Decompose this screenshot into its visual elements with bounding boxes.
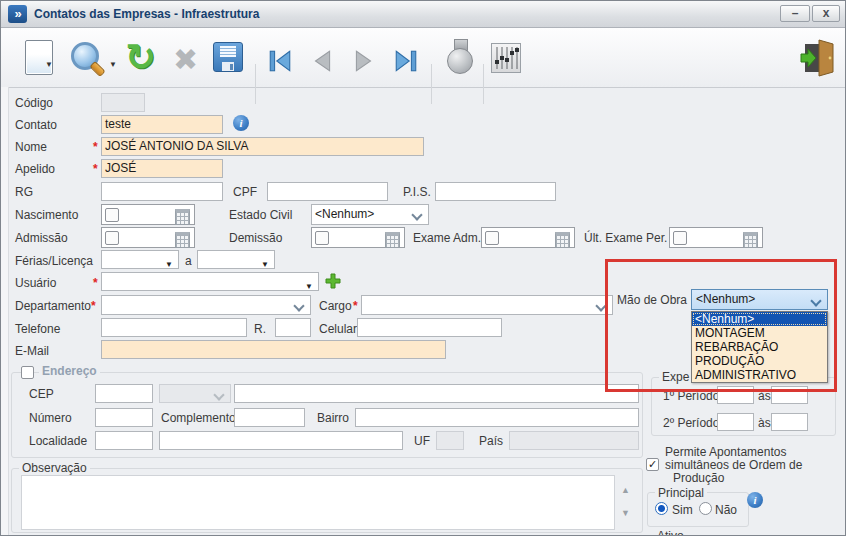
new-record-dropdown-arrow-icon[interactable]: ▼: [45, 60, 53, 69]
next-record-button[interactable]: [347, 28, 383, 87]
cep-field[interactable]: [95, 384, 153, 403]
window-title: Contatos das Empresas - Infraestrutura: [34, 7, 259, 21]
ramal-field[interactable]: [275, 318, 311, 337]
search-button[interactable]: ▼: [61, 28, 119, 87]
refresh-button[interactable]: ↻: [121, 28, 167, 87]
toolbar-separator: [483, 64, 484, 104]
search-dropdown-arrow-icon[interactable]: ▼: [109, 60, 117, 69]
periodo1-inicio-field[interactable]: [717, 386, 754, 404]
toolbar: ▼ ▼ ↻ ✖: [1, 28, 845, 88]
stopwatch-button[interactable]: [441, 28, 479, 87]
pais-label: País: [479, 434, 503, 448]
demissao-datepicker[interactable]: [311, 227, 405, 248]
exame-adm-datepicker[interactable]: [481, 227, 575, 248]
delete-button[interactable]: ✖: [169, 28, 209, 87]
contato-info-icon[interactable]: i: [233, 115, 249, 131]
calendar-icon[interactable]: [175, 209, 190, 225]
nascimento-datepicker[interactable]: [101, 204, 195, 225]
mao-de-obra-dropdown-list: <Nenhum>MONTAGEMREBARBAÇÃOPRODUÇÃOADMINI…: [691, 311, 828, 383]
floppy-shutter: [222, 62, 234, 71]
first-record-icon: [267, 48, 293, 74]
calendar-icon[interactable]: [175, 232, 190, 248]
scroll-down-icon[interactable]: ▼: [621, 508, 630, 518]
localidade-codigo-field[interactable]: [95, 431, 153, 450]
minimize-button[interactable]: –: [780, 5, 810, 22]
first-record-button[interactable]: [263, 28, 299, 87]
logradouro-field[interactable]: [234, 384, 639, 403]
mao-de-obra-option[interactable]: <Nenhum>: [692, 312, 827, 326]
ult-exame-per-checkbox[interactable]: [673, 231, 687, 245]
ferias-fim-combo[interactable]: ▼: [197, 250, 275, 269]
principal-sim-radio[interactable]: [655, 502, 668, 515]
usuario-combo[interactable]: ▼: [101, 272, 319, 291]
search-handle: [89, 61, 105, 77]
cpf-field[interactable]: [267, 182, 388, 201]
admissao-datepicker[interactable]: [101, 227, 195, 248]
observacao-textarea[interactable]: [21, 475, 615, 530]
toolbar-separator: [431, 64, 432, 104]
mao-de-obra-option[interactable]: PRODUÇÃO: [692, 354, 827, 368]
email-label: E-Mail: [15, 344, 49, 358]
demissao-checkbox[interactable]: [315, 231, 329, 245]
mao-de-obra-select[interactable]: <Nenhum>: [691, 289, 828, 310]
nome-required-marker: *: [93, 140, 98, 154]
usuario-required-marker: *: [93, 276, 98, 290]
calendar-icon[interactable]: [743, 232, 758, 248]
permite-apontamentos-checkbox[interactable]: ✓: [646, 458, 659, 471]
complemento-field[interactable]: [234, 408, 305, 427]
pis-label: P.I.S.: [403, 185, 431, 199]
principal-info-icon[interactable]: i: [747, 492, 763, 508]
close-button[interactable]: x: [812, 5, 840, 22]
bairro-label: Bairro: [317, 411, 349, 425]
contato-field[interactable]: teste: [101, 115, 223, 134]
rg-field[interactable]: [101, 182, 223, 201]
mao-de-obra-option[interactable]: REBARBAÇÃO: [692, 340, 827, 354]
calendar-icon[interactable]: [555, 232, 570, 248]
pis-field[interactable]: [435, 182, 556, 201]
search-icon: [69, 41, 103, 75]
telefone-field[interactable]: [101, 318, 247, 337]
exit-icon: [799, 39, 839, 77]
cargo-select[interactable]: [361, 295, 613, 315]
rg-label: RG: [15, 185, 33, 199]
expediente-group-title: Expe: [659, 370, 692, 384]
mao-de-obra-option[interactable]: MONTAGEM: [692, 326, 827, 340]
ferias-inicio-combo[interactable]: ▼: [101, 250, 179, 269]
add-user-button[interactable]: [324, 272, 342, 290]
numero-field[interactable]: [95, 408, 153, 427]
endereco-checkbox[interactable]: [21, 366, 34, 379]
apelido-field[interactable]: JOSÉ: [101, 159, 223, 178]
scroll-up-icon[interactable]: ▲: [621, 485, 630, 495]
bairro-field[interactable]: [355, 408, 639, 427]
periodo2-label: 2º Período: [663, 416, 719, 430]
new-record-button[interactable]: ▼: [9, 28, 61, 87]
email-field[interactable]: [101, 340, 446, 359]
settings-sliders-button[interactable]: [491, 43, 521, 73]
mao-de-obra-option[interactable]: ADMINISTRATIVO: [692, 368, 827, 382]
new-record-icon: [25, 40, 53, 75]
principal-nao-radio[interactable]: [699, 502, 712, 515]
periodo2-inicio-field[interactable]: [717, 413, 754, 431]
admissao-checkbox[interactable]: [105, 231, 119, 245]
estado-civil-select[interactable]: <Nenhum>: [311, 204, 429, 225]
previous-record-button[interactable]: [305, 28, 341, 87]
departamento-select[interactable]: [101, 295, 311, 315]
nascimento-label: Nascimento: [15, 208, 78, 222]
exit-button[interactable]: [797, 28, 841, 87]
dropdown-triangle-icon: ▼: [261, 256, 269, 269]
nascimento-checkbox[interactable]: [105, 208, 119, 222]
admissao-label: Admissão: [15, 231, 68, 245]
periodo2-fim-field[interactable]: [771, 413, 808, 431]
principal-group-title: Principal: [655, 486, 707, 500]
celular-field[interactable]: [357, 318, 502, 337]
localidade-field[interactable]: [159, 431, 403, 450]
save-button[interactable]: [209, 28, 249, 87]
periodo1-fim-field[interactable]: [771, 386, 808, 404]
calendar-icon[interactable]: [385, 232, 400, 248]
last-record-button[interactable]: [389, 28, 425, 87]
exame-adm-checkbox[interactable]: [485, 231, 499, 245]
nome-field[interactable]: JOSÉ ANTONIO DA SILVA: [101, 137, 424, 156]
chevron-down-icon: [293, 300, 304, 311]
ult-exame-per-datepicker[interactable]: [669, 227, 763, 248]
previous-record-icon: [309, 48, 335, 74]
